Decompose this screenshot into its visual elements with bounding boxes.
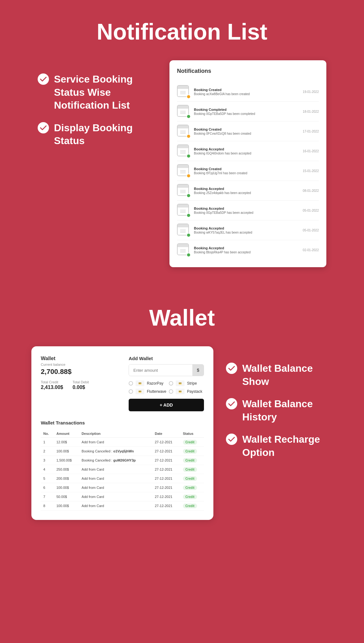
notif-type: Booking Accepted (194, 147, 251, 151)
payment-name: Stripe (187, 381, 197, 386)
cell-date: 27-12-2021 (152, 438, 180, 447)
cal-line (180, 211, 186, 212)
wallet-feature-list: Wallet Balance Show Wallet Balance Histo… (226, 346, 333, 469)
add-wallet-title: Add Wallet (129, 356, 204, 361)
credit-badge: Credit (183, 485, 197, 490)
cal-top (178, 125, 188, 128)
check-circle-icon-2 (38, 122, 49, 133)
cell-amount: 1,500.00$ (54, 456, 79, 465)
status-dot (186, 134, 191, 138)
cell-date: 27-12-2021 (152, 465, 180, 474)
cell-description: Add from Card (79, 483, 152, 492)
total-credit-block: Total Credit 2,413.00$ (41, 380, 63, 390)
notif-desc: Booking 0GpTEBa5DP has been completed (194, 112, 255, 116)
cell-date: 27-12-2021 (152, 447, 180, 456)
add-wallet: Add Wallet $ 💳 RazorPay 💳 Stripe 💳 Flutt… (129, 356, 204, 411)
notification-item: Booking Accepted Booking BbsjsRka4P has … (177, 240, 319, 260)
radio-circle[interactable] (129, 389, 133, 394)
cal-line (180, 152, 186, 152)
cell-no: 8 (41, 501, 54, 511)
notif-desc: Booking BbsjsRka4P has been accepted (194, 251, 251, 254)
status-dot (186, 114, 191, 119)
notif-date: 17-01-2022 (303, 130, 319, 133)
notification-list: Booking Created Booking acXw8BeGIA has b… (177, 82, 319, 260)
notif-icon-wrap (177, 224, 190, 237)
radio-circle[interactable] (129, 381, 133, 386)
notif-left: Booking Completed Booking 0GpTEBa5DP has… (177, 105, 255, 118)
cal-line (180, 94, 186, 94)
cell-status: Credit (180, 465, 204, 474)
notif-icon-wrap (177, 85, 190, 98)
cell-status: Credit (180, 447, 204, 456)
payment-option[interactable]: 💳 Flutterwave (129, 389, 166, 394)
table-header-cell: Description (79, 430, 152, 438)
table-header-cell: No. (41, 430, 54, 438)
cal-line (180, 231, 186, 231)
wallet-feature-text: Wallet Balance Show (242, 362, 333, 388)
wallet-panel: Wallet Current balance 2,700.88$ Total C… (31, 346, 213, 520)
cell-status: Credit (180, 501, 204, 511)
radio-circle[interactable] (169, 381, 173, 386)
status-dot (186, 193, 191, 198)
status-dot (186, 95, 191, 99)
payment-option[interactable]: 💳 RazorPay (129, 381, 166, 386)
cell-date: 27-12-2021 (152, 501, 180, 511)
cell-description: Add from Card (79, 492, 152, 501)
cal-line (180, 153, 186, 154)
cell-no: 5 (41, 474, 54, 483)
notif-left: Booking Accepted Booking wKY57aqJEL has … (177, 224, 252, 237)
cell-amount: 12.00$ (54, 438, 79, 447)
notif-icon-wrap (177, 184, 190, 197)
cal-top (178, 185, 188, 188)
cal-top (178, 105, 188, 109)
feature-item-2: Display Booking Status (38, 122, 157, 148)
notif-icon-wrap (177, 125, 190, 138)
cal-top (178, 145, 188, 148)
notification-item: Booking Created Booking acXw8BeGIA has b… (177, 82, 319, 102)
amount-input-wrap[interactable]: $ (129, 364, 204, 376)
cal-line (180, 249, 186, 250)
cal-lines (180, 91, 186, 94)
notif-type: Booking Created (194, 127, 251, 131)
notif-date: 19-01-2022 (303, 90, 319, 94)
payment-option[interactable]: 💳 Paystack (169, 389, 204, 394)
notif-icon-wrap (177, 164, 190, 177)
cell-status: Credit (180, 456, 204, 465)
table-header-row: No.AmountDescriptionDateStatus (41, 430, 204, 438)
cal-top (178, 165, 188, 168)
notif-type: Booking Completed (194, 108, 255, 111)
radio-circle[interactable] (169, 389, 173, 394)
notification-item: Booking Completed Booking 0GpTEBa5DP has… (177, 102, 319, 122)
amount-input[interactable] (129, 365, 192, 376)
total-credit-value: 2,413.00$ (41, 385, 63, 390)
cell-no: 6 (41, 483, 54, 492)
cell-description: Add from Card (79, 474, 152, 483)
payment-logo: 💳 (176, 389, 185, 394)
notif-desc: Booking acXw8BeGIA has been created (194, 92, 250, 96)
cell-status: Credit (180, 492, 204, 501)
svg-point-4 (226, 434, 237, 445)
cal-line (180, 133, 186, 134)
cell-amount: 100.00$ (54, 447, 79, 456)
wallet-feature-item: Wallet Recharge Option (226, 433, 333, 459)
notif-icon-wrap (177, 105, 190, 118)
status-dot (186, 233, 191, 237)
wallet-section: Wallet Wallet Current balance 2,700.88$ … (0, 286, 364, 545)
cal-line (180, 111, 186, 111)
table-row: 5 200.00$ Add from Card 27-12-2021 Credi… (41, 474, 204, 483)
notif-left: Booking Created Booking acXw8BeGIA has b… (177, 85, 250, 98)
payment-option[interactable]: 💳 Stripe (169, 381, 204, 386)
cal-line (180, 192, 186, 193)
cal-line (180, 252, 186, 252)
wallet-balance: 2,700.88$ (41, 368, 116, 376)
wallet-title: Wallet (149, 305, 215, 331)
table-row: 8 100.00$ Add from Card 27-12-2021 Credi… (41, 501, 204, 511)
table-row: 6 100.00$ Add from Card 27-12-2021 Credi… (41, 483, 204, 492)
dollar-sign: $ (192, 365, 204, 376)
notification-section: Notification List Service Booking Status… (0, 0, 364, 286)
notif-text-wrap: Booking Accepted Booking 0GpTEBa5DP has … (194, 207, 253, 214)
add-wallet-button[interactable]: + ADD (129, 399, 204, 411)
wallet-info: Wallet Current balance 2,700.88$ Total C… (41, 356, 116, 411)
notification-item: Booking Accepted Booking tGQ4i0ndom has … (177, 141, 319, 161)
notification-title: Notification List (97, 19, 267, 45)
